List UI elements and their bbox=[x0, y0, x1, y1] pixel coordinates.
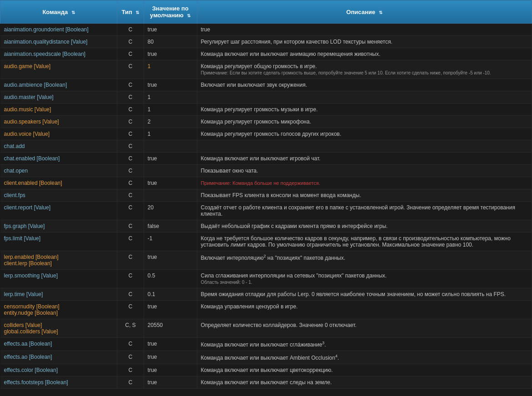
default-cell: true bbox=[144, 24, 197, 36]
cmd-cell: effects.aa [Boolean] bbox=[0, 338, 117, 351]
table-row: chat.enabled [Boolean]CtrueКоманда включ… bbox=[0, 153, 532, 165]
desc-cell: Команда управления цензурой в игре. bbox=[197, 301, 532, 319]
table-row: audio.master [Value]C1 bbox=[0, 91, 532, 104]
table-row: lerp.smoothing [Value]C0.5Сила сглаживан… bbox=[0, 270, 532, 288]
default-cell bbox=[144, 140, 197, 153]
type-cell: C bbox=[117, 116, 144, 128]
type-cell: C bbox=[117, 288, 144, 301]
type-cell: C bbox=[117, 376, 144, 389]
table-row: chat.openCПоказывает окно чата. bbox=[0, 165, 532, 177]
type-cell: C bbox=[117, 251, 144, 270]
default-cell: 1 bbox=[144, 60, 197, 79]
cmd-cell: chat.open bbox=[0, 165, 117, 177]
desc-cell: Команда включает или выключает следы на … bbox=[197, 376, 532, 389]
default-cell: 1 bbox=[144, 104, 197, 116]
table-row: effects.ao [Boolean]CtrueКоманда включае… bbox=[0, 351, 532, 364]
cmd-cell: audio.music [Value] bbox=[0, 104, 117, 116]
default-cell: false bbox=[144, 220, 197, 233]
cmd-cell: audio.master [Value] bbox=[0, 91, 117, 104]
desc-cell: Время ожидания отладки для работы Lerp. … bbox=[197, 288, 532, 301]
type-cell: C bbox=[117, 364, 144, 376]
table-row: client.fpsCПоказывает FPS клиента в конс… bbox=[0, 189, 532, 202]
table-row: effects.footsteps [Boolean]CtrueКоманда … bbox=[0, 376, 532, 389]
cmd-cell: audio.game [Value] bbox=[0, 60, 117, 79]
default-cell: 1 bbox=[144, 128, 197, 140]
cmd-cell: aianimation.speedscale [Boolean] bbox=[0, 48, 117, 60]
type-cell: C bbox=[117, 60, 144, 79]
type-cell: C, S bbox=[117, 319, 144, 338]
default-cell: 2 bbox=[144, 116, 197, 128]
table-row: audio.speakers [Value]C2Команда регулиру… bbox=[0, 116, 532, 128]
default-cell: 0.1 bbox=[144, 288, 197, 301]
cmd-cell: fps.limit [Value] bbox=[0, 233, 117, 251]
cmd-cell: effects.color [Boolean] bbox=[0, 364, 117, 376]
type-cell: C bbox=[117, 36, 144, 48]
sort-desc-icon: ⇅ bbox=[379, 10, 382, 15]
cmd-cell: fps.graph [Value] bbox=[0, 220, 117, 233]
cmd-cell: audio.voice [Value] bbox=[0, 128, 117, 140]
table-row: audio.ambience [Boolean]CtrueВключает ил… bbox=[0, 79, 532, 91]
type-cell: C bbox=[117, 301, 144, 319]
desc-cell: Регулирует шаг расстояния, при котором к… bbox=[197, 36, 532, 48]
cmd-cell: audio.ambience [Boolean] bbox=[0, 79, 117, 91]
table-row: client.enabled [Boolean]CtrueПримечание:… bbox=[0, 177, 532, 189]
cmd-cell: lerp.enabled [Boolean]client.lerp [Boole… bbox=[0, 251, 117, 270]
desc-cell: Когда не требуется большое количество ка… bbox=[197, 233, 532, 251]
cmd-cell: audio.speakers [Value] bbox=[0, 116, 117, 128]
table-row: client.report [Value]C20Создаёт отчет о … bbox=[0, 202, 532, 220]
header-cmd[interactable]: Команда ⇅ bbox=[0, 0, 117, 24]
table-row: effects.aa [Boolean]CtrueКоманда включае… bbox=[0, 338, 532, 351]
desc-cell: Команда регулирует громкость голосов дру… bbox=[197, 128, 532, 140]
type-cell: C bbox=[117, 48, 144, 60]
header-default[interactable]: Значение по умолчанию ⇅ bbox=[144, 0, 197, 24]
cmd-cell: client.report [Value] bbox=[0, 202, 117, 220]
header-desc[interactable]: Описание ⇅ bbox=[197, 0, 532, 24]
type-cell: C bbox=[117, 24, 144, 36]
default-cell: -1 bbox=[144, 233, 197, 251]
type-cell: C bbox=[117, 338, 144, 351]
table-row: lerp.time [Value]C0.1Время ожидания отла… bbox=[0, 288, 532, 301]
sort-type-icon: ⇅ bbox=[136, 10, 139, 15]
desc-cell: Примечание: Команда больше не поддержива… bbox=[197, 177, 532, 189]
table-row: aianimation.qualitydistance [Value]C80Ре… bbox=[0, 36, 532, 48]
desc-cell: Команда регулирует громкость микрофона. bbox=[197, 116, 532, 128]
type-cell: C bbox=[117, 153, 144, 165]
type-cell: C bbox=[117, 165, 144, 177]
default-cell: true bbox=[144, 177, 197, 189]
desc-cell: Команда включает или выключает анимацию … bbox=[197, 48, 532, 60]
default-cell: 20550 bbox=[144, 319, 197, 338]
desc-cell bbox=[197, 91, 532, 104]
desc-cell: Команда регулирует громкость музыки в иг… bbox=[197, 104, 532, 116]
table-row: lerp.enabled [Boolean]client.lerp [Boole… bbox=[0, 251, 532, 270]
cmd-cell: aianimation.qualitydistance [Value] bbox=[0, 36, 117, 48]
table-row: audio.voice [Value]C1Команда регулирует … bbox=[0, 128, 532, 140]
default-cell: 0.5 bbox=[144, 270, 197, 288]
table-row: audio.music [Value]C1Команда регулирует … bbox=[0, 104, 532, 116]
default-cell: true bbox=[144, 376, 197, 389]
table-row: audio.game [Value]C1Команда регулирует о… bbox=[0, 60, 532, 79]
default-cell: true bbox=[144, 301, 197, 319]
default-cell bbox=[144, 189, 197, 202]
desc-note: Область значений: 0 - 1. bbox=[201, 280, 252, 285]
default-cell: true bbox=[144, 351, 197, 364]
default-cell: true bbox=[144, 153, 197, 165]
header-type[interactable]: Тип ⇅ bbox=[117, 0, 144, 24]
default-cell: 20 bbox=[144, 202, 197, 220]
desc-note: Примечание: Если вы хотите сделать громк… bbox=[201, 70, 491, 75]
desc-cell: Создаёт отчет о работе клиента и сохраня… bbox=[197, 202, 532, 220]
type-cell: C bbox=[117, 177, 144, 189]
table-row: colliders [Value]global.colliders [Value… bbox=[0, 319, 532, 338]
cmd-cell: aianimation.groundorient [Boolean] bbox=[0, 24, 117, 36]
table-row: chat.addC bbox=[0, 140, 532, 153]
default-cell: 1 bbox=[144, 91, 197, 104]
type-cell: C bbox=[117, 189, 144, 202]
desc-cell: Команда включает или выключает цветокорр… bbox=[197, 364, 532, 376]
default-cell bbox=[144, 165, 197, 177]
cmd-cell: censornudity [Boolean]entity.nudge [Bool… bbox=[0, 301, 117, 319]
desc-cell: Команда включает или выключает игровой ч… bbox=[197, 153, 532, 165]
table-row: aianimation.groundorient [Boolean]Ctruet… bbox=[0, 24, 532, 36]
desc-cell: Показывает FPS клиента в консоли на моме… bbox=[197, 189, 532, 202]
table-row: effects.color [Boolean]CtrueКоманда вклю… bbox=[0, 364, 532, 376]
default-cell: 80 bbox=[144, 36, 197, 48]
table-row: aianimation.speedscale [Boolean]CtrueКом… bbox=[0, 48, 532, 60]
